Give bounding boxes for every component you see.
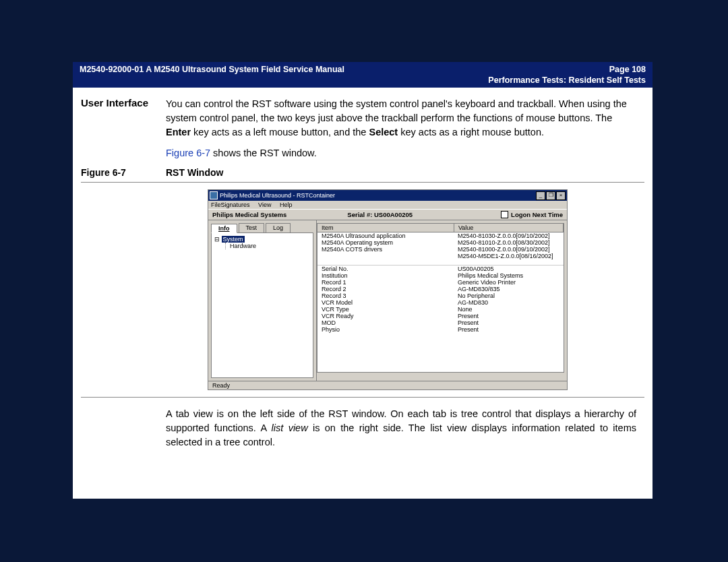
list-row[interactable]: Record 1Generic Video Printer	[317, 279, 564, 286]
cell-item: MOD	[317, 319, 454, 326]
header-doc-id: M2540-92000-01 A M2540 Ultrasound System…	[80, 65, 344, 74]
logon-checkbox[interactable]	[501, 211, 508, 218]
cell-value: M2540-81000-Z.0.0.0[09/10/2002]	[454, 246, 564, 253]
document-page: M2540-92000-01 A M2540 Ultrasound System…	[73, 62, 653, 499]
key-enter: Enter	[166, 127, 191, 137]
cell-item: Institution	[317, 272, 454, 279]
cell-value: No Peripheral	[454, 292, 564, 299]
minimize-button[interactable]: _	[536, 191, 545, 200]
info-bar: Philips Medical Systems Serial #: US00A0…	[208, 209, 567, 220]
list-row[interactable]: M2540A Operating systemM2540-81010-Z.0.0…	[317, 239, 564, 246]
header-breadcrumb: Performance Tests: Resident Self Tests	[73, 75, 653, 88]
cell-value: AG-MD830/835	[454, 286, 564, 292]
column-item[interactable]: Item	[317, 224, 454, 232]
cell-item: M2540A COTS drivers	[317, 246, 454, 253]
cell-item: VCR Type	[317, 306, 454, 313]
menu-filesignatures[interactable]: FileSignatures	[211, 201, 250, 208]
figure-title: RST Window	[166, 167, 223, 178]
list-header: Item Value	[317, 224, 564, 232]
para-text: key acts as a right mouse button.	[398, 127, 544, 137]
cell-item: VCR Ready	[317, 313, 454, 319]
left-pane: Info Test Log ⊟ System Hardware	[208, 220, 317, 381]
cell-item: Record 1	[317, 279, 454, 286]
cell-value: M2540-M5DE1-Z.0.0.0[08/16/2002]	[454, 253, 564, 259]
list-row[interactable]: Record 2AG-MD830/835	[317, 286, 564, 292]
list-row[interactable]: VCR ModelAG-MD830	[317, 299, 564, 306]
tree-node-system[interactable]: System	[222, 236, 245, 243]
cell-item: M2540A Ultrasound application	[317, 232, 454, 239]
figure-caption-row: Figure 6-7 RST Window	[73, 167, 653, 178]
list-row[interactable]: InstitutionPhilips Medical Systems	[317, 272, 564, 279]
tab-info[interactable]: Info	[211, 224, 237, 233]
body-text: You can control the RST software using t…	[166, 97, 653, 160]
cell-item: Record 2	[317, 286, 454, 292]
window-titlebar[interactable]: Philips Medical Ultrasound - RSTContaine…	[208, 190, 567, 201]
cell-value: US00A00205	[454, 266, 564, 272]
logon-label: Logon Next Time	[511, 211, 563, 218]
app-icon	[210, 191, 218, 199]
cell-value: Present	[454, 313, 564, 319]
cell-value: None	[454, 306, 564, 313]
para-text: key acts as a left mouse button, and the	[191, 127, 369, 137]
list-row[interactable]: VCR ReadyPresent	[317, 313, 564, 319]
window-title: Philips Medical Ultrasound - RSTContaine…	[220, 192, 335, 199]
cell-value: Present	[454, 319, 564, 326]
figure-crossref-link[interactable]: Figure 6-7	[166, 148, 210, 158]
cell-item: M2540A Operating system	[317, 239, 454, 246]
cell-item: Serial No.	[317, 266, 454, 272]
list-row[interactable]: VCR TypeNone	[317, 306, 564, 313]
menu-help[interactable]: Help	[280, 201, 293, 208]
tree-control[interactable]: ⊟ System Hardware	[211, 232, 313, 378]
list-row[interactable]: MODPresent	[317, 319, 564, 326]
close-button[interactable]: ×	[556, 191, 566, 200]
tab-bar: Info Test Log	[208, 220, 316, 232]
cell-value: Present	[454, 326, 564, 333]
figure-image: Philips Medical Ultrasound - RSTContaine…	[208, 189, 568, 390]
menu-view[interactable]: View	[258, 201, 271, 208]
list-row[interactable]: M2540-M5DE1-Z.0.0.0[08/16/2002]	[317, 253, 564, 259]
list-row[interactable]: Serial No.US00A00205	[317, 266, 564, 272]
cell-value: Generic Video Printer	[454, 279, 564, 286]
cell-value: M2540-81010-Z.0.0.0[08/30/2002]	[454, 239, 564, 246]
cell-value: Philips Medical Systems	[454, 272, 564, 279]
column-value[interactable]: Value	[454, 224, 564, 232]
paragraph-after-figure: A tab view is on the left side of the RS…	[73, 407, 653, 449]
header-page-number: Page 108	[609, 65, 646, 74]
serial-value: US00A00205	[374, 211, 413, 218]
term-list-view: list view	[272, 423, 308, 433]
tab-test[interactable]: Test	[239, 223, 265, 232]
section-user-interface: User Interface You can control the RST s…	[73, 97, 653, 160]
cell-item	[317, 253, 454, 259]
figure-number: Figure 6-7	[73, 167, 166, 178]
divider	[81, 182, 644, 183]
page-header: M2540-92000-01 A M2540 Ultrasound System…	[73, 62, 653, 75]
rst-window: Philips Medical Ultrasound - RSTContaine…	[208, 189, 568, 390]
list-row[interactable]: M2540A COTS driversM2540-81000-Z.0.0.0[0…	[317, 246, 564, 253]
serial-label: Serial #:	[347, 211, 374, 218]
tab-log[interactable]: Log	[266, 223, 291, 232]
list-view[interactable]: Item Value M2540A Ultrasound application…	[317, 223, 564, 373]
divider	[81, 397, 644, 398]
cell-value: M2540-81030-Z.0.0.0[09/10/2002]	[454, 232, 564, 239]
cell-item: Physio	[317, 326, 454, 333]
list-row[interactable]: PhysioPresent	[317, 326, 564, 333]
cell-value: AG-MD830	[454, 299, 564, 306]
para-text: shows the RST window.	[210, 148, 317, 158]
menu-bar: FileSignatures View Help	[208, 201, 567, 209]
tree-node-hardware[interactable]: Hardware	[225, 243, 310, 249]
list-row[interactable]: Record 3No Peripheral	[317, 292, 564, 299]
maximize-button[interactable]: ❐	[546, 191, 555, 200]
cell-item: VCR Model	[317, 299, 454, 306]
cell-item: Record 3	[317, 292, 454, 299]
brand-label: Philips Medical Systems	[212, 211, 286, 218]
section-heading: User Interface	[73, 97, 166, 160]
para-text: You can control the RST software using t…	[166, 98, 627, 123]
list-row[interactable]: M2540A Ultrasound applicationM2540-81030…	[317, 232, 564, 239]
key-select: Select	[369, 127, 398, 137]
status-bar: Ready	[208, 381, 567, 389]
